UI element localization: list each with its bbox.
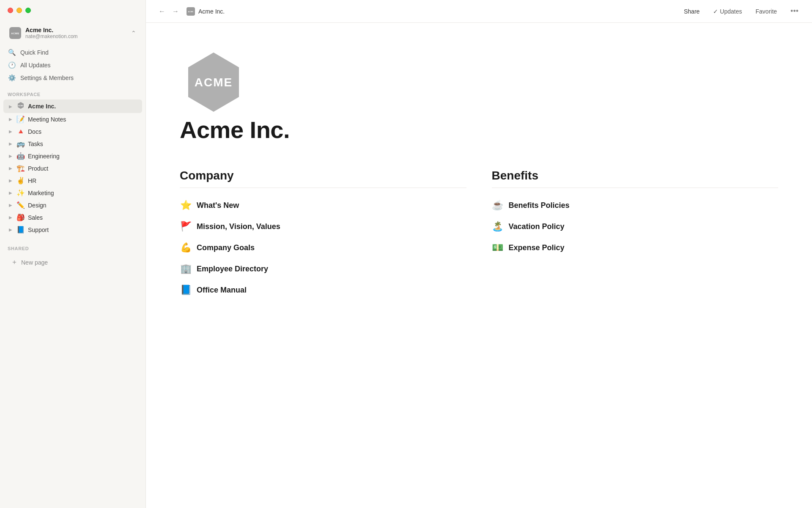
whats-new-label: What's New xyxy=(197,201,239,210)
sidebar-item-sales[interactable]: ▶ 🎒 Sales xyxy=(3,211,142,224)
sidebar-item-product[interactable]: ▶ 🏗️ Product xyxy=(3,162,142,174)
vacation-policy-label: Vacation Policy xyxy=(509,222,565,231)
meeting-notes-label: Meeting Notes xyxy=(28,116,66,123)
employee-directory-icon: 🏢 xyxy=(180,263,192,274)
company-goals-label: Company Goals xyxy=(197,243,255,252)
sidebar-item-all-updates[interactable]: 🕐 All Updates xyxy=(3,59,142,72)
workspace-chevron-icon: ⌃ xyxy=(131,30,136,36)
topbar: ← → ACME Acme Inc. Share ✓ Updates Favor… xyxy=(146,0,812,23)
link-office-manual[interactable]: 📘 Office Manual xyxy=(180,279,466,301)
acme-logo-svg: ACME xyxy=(180,48,247,116)
tree-arrow-icon: ▶ xyxy=(8,227,14,232)
link-expense-policy[interactable]: 💵 Expense Policy xyxy=(492,237,779,258)
sidebar-item-tasks[interactable]: ▶ 🚌 Tasks xyxy=(3,138,142,150)
settings-label: Settings & Members xyxy=(20,75,74,81)
close-button[interactable] xyxy=(8,8,13,13)
sidebar-tree: ▶ ACME Acme Inc. ▶ 📝 Meeting Notes ▶ 🔺 D… xyxy=(0,99,145,237)
workspace-section-label: WORKSPACE xyxy=(0,86,145,99)
design-icon: ✏️ xyxy=(16,201,25,209)
tasks-label: Tasks xyxy=(28,141,43,147)
hr-icon: ✌️ xyxy=(16,177,25,185)
favorite-button[interactable]: Favorite xyxy=(752,6,781,17)
mission-icon: 🚩 xyxy=(180,221,192,232)
breadcrumb-icon: ACME xyxy=(187,7,195,16)
maximize-button[interactable] xyxy=(25,8,31,13)
shared-section-label: SHARED xyxy=(0,240,145,253)
page-title: Acme Inc. xyxy=(180,116,778,144)
content-grid: Company ⭐ What's New 🚩 Mission, Vision, … xyxy=(180,169,778,301)
workspace-header[interactable]: ACME Acme Inc. nate@makenotion.com ⌃ xyxy=(3,23,142,43)
forward-button[interactable]: → xyxy=(170,6,181,17)
sidebar-item-hr[interactable]: ▶ ✌️ HR xyxy=(3,174,142,187)
support-icon: 📘 xyxy=(16,226,25,234)
clock-icon: 🕐 xyxy=(8,61,16,69)
sidebar-nav: 🔍 Quick Find 🕐 All Updates ⚙️ Settings &… xyxy=(0,44,145,86)
expense-policy-icon: 💵 xyxy=(492,242,504,253)
tree-arrow-icon: ▶ xyxy=(8,117,14,121)
sidebar-item-settings[interactable]: ⚙️ Settings & Members xyxy=(3,72,142,84)
sidebar-item-support[interactable]: ▶ 📘 Support xyxy=(3,224,142,236)
updates-button[interactable]: ✓ Updates xyxy=(710,6,745,17)
quick-find-label: Quick Find xyxy=(20,49,49,56)
engineering-label: Engineering xyxy=(28,153,60,160)
svg-text:ACME: ACME xyxy=(11,32,19,35)
tree-arrow-icon: ▶ xyxy=(8,215,14,220)
sidebar: ACME Acme Inc. nate@makenotion.com ⌃ 🔍 Q… xyxy=(0,0,146,508)
link-whats-new[interactable]: ⭐ What's New xyxy=(180,195,466,216)
office-manual-label: Office Manual xyxy=(197,286,247,295)
updates-label: Updates xyxy=(720,8,742,15)
link-benefits-policies[interactable]: ☕ Benefits Policies xyxy=(492,195,779,216)
hr-label: HR xyxy=(28,177,36,184)
sidebar-item-acme-inc[interactable]: ▶ ACME Acme Inc. xyxy=(3,99,142,113)
page-content: ACME Acme Inc. Company ⭐ What's New 🚩 Mi… xyxy=(146,23,812,508)
tree-arrow-icon: ▶ xyxy=(8,166,14,171)
sidebar-item-design[interactable]: ▶ ✏️ Design xyxy=(3,199,142,211)
meeting-notes-icon: 📝 xyxy=(16,115,25,123)
svg-text:ACME: ACME xyxy=(18,105,23,107)
back-button[interactable]: ← xyxy=(156,6,168,17)
svg-text:ACME: ACME xyxy=(195,76,233,89)
office-manual-icon: 📘 xyxy=(180,284,192,295)
plus-icon: ＋ xyxy=(11,258,18,267)
benefits-policies-label: Benefits Policies xyxy=(509,201,570,210)
sidebar-item-meeting-notes[interactable]: ▶ 📝 Meeting Notes xyxy=(3,113,142,125)
expense-policy-label: Expense Policy xyxy=(509,243,565,252)
main-area: ← → ACME Acme Inc. Share ✓ Updates Favor… xyxy=(146,0,812,508)
topbar-actions: Share ✓ Updates Favorite ••• xyxy=(680,5,802,18)
vacation-policy-icon: 🏝️ xyxy=(492,221,504,232)
sidebar-item-quick-find[interactable]: 🔍 Quick Find xyxy=(3,46,142,59)
link-employee-directory[interactable]: 🏢 Employee Directory xyxy=(180,258,466,279)
tree-arrow-icon: ▶ xyxy=(8,203,14,207)
breadcrumb: ACME Acme Inc. xyxy=(187,7,225,16)
benefits-section-title: Benefits xyxy=(492,169,779,188)
sales-icon: 🎒 xyxy=(16,213,25,221)
more-options-button[interactable]: ••• xyxy=(787,5,802,18)
sidebar-item-docs[interactable]: ▶ 🔺 Docs xyxy=(3,125,142,138)
company-goals-icon: 💪 xyxy=(180,242,192,253)
tree-arrow-icon: ▶ xyxy=(8,178,14,183)
tasks-icon: 🚌 xyxy=(16,140,25,148)
company-section-title: Company xyxy=(180,169,466,188)
all-updates-label: All Updates xyxy=(20,62,51,69)
tree-arrow-icon: ▶ xyxy=(8,154,14,158)
tree-arrow-icon: ▶ xyxy=(8,104,14,109)
new-page-button[interactable]: ＋ New page xyxy=(3,254,142,270)
benefits-section: Benefits ☕ Benefits Policies 🏝️ Vacation… xyxy=(492,169,779,301)
marketing-label: Marketing xyxy=(28,190,54,196)
company-section: Company ⭐ What's New 🚩 Mission, Vision, … xyxy=(180,169,466,301)
minimize-button[interactable] xyxy=(16,8,22,13)
sidebar-item-marketing[interactable]: ▶ ✨ Marketing xyxy=(3,187,142,199)
checkmark-icon: ✓ xyxy=(713,8,718,15)
workspace-avatar: ACME xyxy=(9,27,21,39)
tree-arrow-icon: ▶ xyxy=(8,141,14,146)
link-company-goals[interactable]: 💪 Company Goals xyxy=(180,237,466,258)
topbar-navigation: ← → xyxy=(156,6,181,17)
share-button[interactable]: Share xyxy=(680,6,703,17)
search-icon: 🔍 xyxy=(8,49,16,56)
support-label: Support xyxy=(28,226,49,233)
acme-avatar-icon: ACME xyxy=(16,102,25,111)
link-vacation-policy[interactable]: 🏝️ Vacation Policy xyxy=(492,216,779,237)
link-mission[interactable]: 🚩 Mission, Vision, Values xyxy=(180,216,466,237)
sidebar-item-engineering[interactable]: ▶ 🤖 Engineering xyxy=(3,150,142,162)
design-label: Design xyxy=(28,202,47,209)
